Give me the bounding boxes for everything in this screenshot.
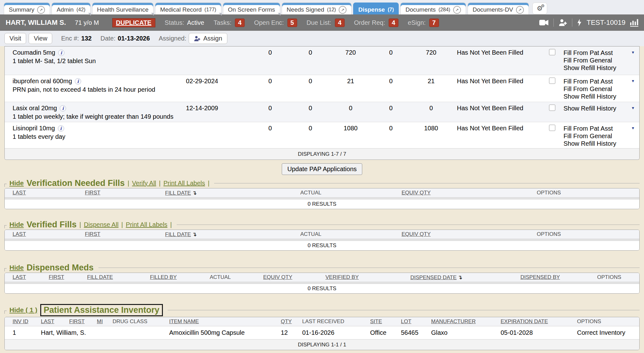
med-date xyxy=(176,49,228,75)
row-overflow-icon: ▼ xyxy=(631,50,635,55)
fill-from-pat-asst-link[interactable]: Fill From Pat Asst xyxy=(564,49,639,57)
fill-from-general-link[interactable]: Fill From General xyxy=(564,85,639,93)
fill-checkbox[interactable] xyxy=(549,125,555,131)
col-equiv-qty[interactable]: EQUIV QTY xyxy=(402,190,537,196)
hide-link[interactable]: Hide xyxy=(9,179,24,187)
order-req-badge[interactable]: 4 xyxy=(389,19,398,27)
sort-icon: ↴ xyxy=(192,190,197,196)
due-list-badge[interactable]: 4 xyxy=(335,19,345,27)
correct-inventory-link[interactable]: Correct Inventory xyxy=(577,329,639,336)
add-person-icon[interactable] xyxy=(558,19,567,27)
tab-label: On Screen Forms xyxy=(228,6,275,13)
col-dispensed-date[interactable]: DISPENSED DATE↴ xyxy=(410,274,520,281)
col-last[interactable]: LAST xyxy=(13,274,49,280)
hide-link[interactable]: Hide xyxy=(9,221,24,228)
fill-from-general-link[interactable]: Fill From General xyxy=(564,132,639,140)
info-icon[interactable]: i xyxy=(58,125,64,132)
tab-on-screen-forms[interactable]: On Screen Forms xyxy=(223,3,280,14)
verify-all-link[interactable]: Verify All xyxy=(132,180,156,187)
lightning-icon[interactable] xyxy=(577,19,582,26)
info-icon[interactable]: i xyxy=(75,78,81,84)
col-expiration-date[interactable]: EXPIRATION DATE xyxy=(501,318,577,325)
esign-badge[interactable]: 7 xyxy=(429,19,439,27)
print-all-labels-link[interactable]: Print All Labels xyxy=(164,180,205,187)
fill-checkbox[interactable] xyxy=(549,105,555,111)
verified-table: LAST FIRST FILL DATE↴ ACTUAL EQUIV QTY O… xyxy=(4,230,640,251)
col-equiv-qty[interactable]: EQUIV QTY xyxy=(263,274,325,280)
info-icon[interactable]: i xyxy=(58,50,64,56)
fill-from-pat-asst-link[interactable]: Fill From Pat Asst xyxy=(564,78,639,85)
visit-button[interactable]: Visit xyxy=(4,33,26,44)
tab-needs-signed[interactable]: Needs Signed (12) ↗ xyxy=(282,3,352,14)
tab-medical-record[interactable]: Medical Record (177) xyxy=(155,3,221,14)
col-site[interactable]: SITE xyxy=(370,318,401,325)
info-icon[interactable]: i xyxy=(60,105,66,111)
col-lot[interactable]: LOT xyxy=(401,318,431,325)
external-link-icon: ↗ xyxy=(453,6,461,14)
show-refill-history-link[interactable]: Show Refill History xyxy=(564,64,639,72)
col-last[interactable]: LAST xyxy=(13,190,85,196)
fill-checkbox[interactable] xyxy=(549,78,555,84)
col-fill-date[interactable]: FILL DATE↴ xyxy=(165,190,300,196)
med-sig: PRN pain, not to exceed 4 tablets in 24 … xyxy=(13,86,176,93)
col-filled-by[interactable]: FILLED BY xyxy=(150,274,210,280)
inventory-paging: DISPLAYING 1-1 / 1 xyxy=(5,339,639,350)
col-manufacturer[interactable]: MANUFACTURER xyxy=(431,318,501,325)
tab-documents[interactable]: Documents (284) ↗ xyxy=(400,3,466,14)
tab-dispense[interactable]: Dispense (7) xyxy=(353,3,399,14)
col-verified-by[interactable]: VERIFIED BY xyxy=(325,274,410,280)
verification-table: LAST FIRST FILL DATE↴ ACTUAL EQUIV QTY O… xyxy=(4,188,640,209)
col-dispensed-by[interactable]: DISPENSED BY xyxy=(520,274,597,280)
open-enc-badge[interactable]: 5 xyxy=(287,19,297,27)
duplicate-badge[interactable]: DUPLICATE xyxy=(112,18,155,27)
tab-health-surveillance[interactable]: Health Surveillance xyxy=(92,3,154,14)
tab-documents-dv[interactable]: Documents-DV ↗ xyxy=(468,3,529,14)
view-button[interactable]: View xyxy=(29,33,52,44)
fill-from-general-link[interactable]: Fill From General xyxy=(564,57,639,64)
col-equiv-qty[interactable]: EQUIV QTY xyxy=(402,231,537,237)
patient-age-sex: 71 y/o M xyxy=(75,19,99,26)
col-inv-id[interactable]: INV ID xyxy=(13,318,41,325)
med-qty: 1080 xyxy=(330,125,371,148)
tasks-badge[interactable]: 4 xyxy=(235,19,245,27)
show-refill-history-link[interactable]: Show Refill History xyxy=(564,140,639,147)
inv-expiration-date: 05-01-2028 xyxy=(501,329,577,336)
gear-icon-small: ⚙ xyxy=(541,3,545,8)
video-camera-icon[interactable] xyxy=(539,19,549,26)
dispense-all-link[interactable]: Dispense All xyxy=(84,221,119,228)
tab-label: Documents xyxy=(405,6,436,13)
col-last[interactable]: LAST xyxy=(41,318,69,325)
print-all-labels-link[interactable]: Print All Labels xyxy=(126,221,167,228)
update-pap-applications-button[interactable]: Update PAP Applications xyxy=(282,163,363,175)
section-rule xyxy=(98,268,640,268)
med-qty: 0 xyxy=(371,125,411,148)
results-count: 0 RESULTS xyxy=(5,284,639,293)
bar-chart-icon[interactable] xyxy=(630,19,638,27)
col-mi[interactable]: MI xyxy=(97,318,113,325)
hide-link[interactable]: Hide xyxy=(9,264,24,271)
tab-admin[interactable]: Admin (42) xyxy=(52,3,90,14)
show-refill-history-link[interactable]: Show Refill History xyxy=(564,105,639,112)
fill-from-pat-asst-link[interactable]: Fill From Pat Asst xyxy=(564,125,639,132)
settings-button[interactable]: ⚙ ⚙ xyxy=(532,3,547,14)
col-first[interactable]: FIRST xyxy=(49,274,87,280)
col-first[interactable]: FIRST xyxy=(85,231,165,237)
col-qty[interactable]: QTY xyxy=(281,318,302,325)
show-refill-history-link[interactable]: Show Refill History xyxy=(564,93,639,100)
section-title-row: Hide ( 1 ) Patient Assistance Inventory xyxy=(4,303,640,317)
col-item-name[interactable]: ITEM NAME xyxy=(169,318,281,325)
external-link-icon: ↗ xyxy=(37,6,45,14)
inv-item-name: Amoxicillin 500mg Capsule xyxy=(169,329,281,336)
hide-link[interactable]: Hide ( 1 ) xyxy=(9,306,37,314)
col-first[interactable]: FIRST xyxy=(69,318,97,325)
tab-summary[interactable]: Summary ↗ xyxy=(4,3,50,14)
col-fill-date[interactable]: FILL DATE xyxy=(87,274,150,280)
row-overflow-icon: ▼ xyxy=(631,106,635,110)
fill-checkbox[interactable] xyxy=(549,49,555,55)
col-first[interactable]: FIRST xyxy=(85,190,165,196)
col-fill-date[interactable]: FILL DATE↴ xyxy=(165,231,300,238)
col-last[interactable]: LAST xyxy=(13,231,85,237)
med-sig: 1 tablet M- Sat, 1/2 tablet Sun xyxy=(13,57,176,65)
assign-button[interactable]: Assign xyxy=(189,33,227,44)
med-qty: 0 xyxy=(330,105,371,122)
